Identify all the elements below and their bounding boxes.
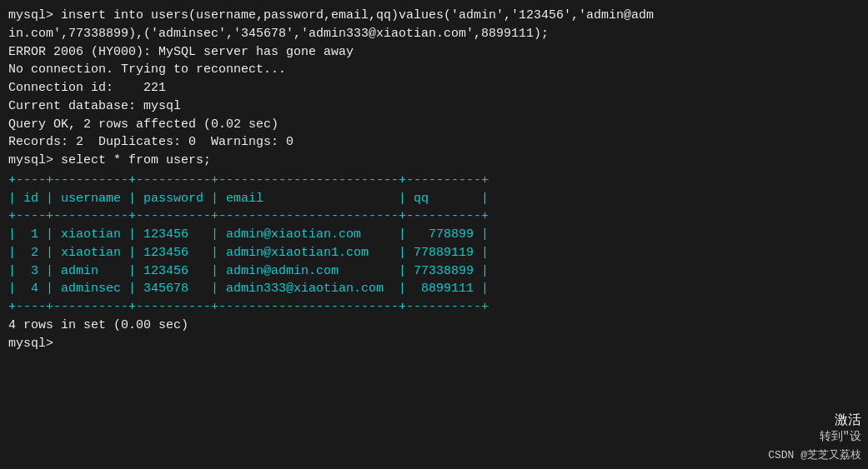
line-8: Query OK, 2 rows affected (0.02 sec) <box>8 116 860 134</box>
watermark-block: 激活 转到"设 <box>820 412 861 444</box>
csdn-watermark: CSDN @芝芝又荔枝 <box>768 447 861 462</box>
watermark-line1: 激活 <box>820 412 861 429</box>
terminal-window: mysql> insert into users(username,passwo… <box>0 0 868 469</box>
line-6: Current database: mysql <box>8 97 860 116</box>
watermark-line2: 转到"设 <box>820 429 861 444</box>
query-result-table: +----+----------+----------+------------… <box>8 172 860 317</box>
table-border-bot: +----+----------+----------+------------… <box>8 298 860 317</box>
line-3-error: ERROR 2006 (HY000): MySQL server has gon… <box>8 43 860 62</box>
table-data-row-1: | 1 | xiaotian | 123456 | admin@xiaotian… <box>8 226 860 244</box>
line-9: Records: 2 Duplicates: 0 Warnings: 0 <box>8 133 860 152</box>
terminal-footer: 4 rows in set (0.00 sec) mysql> <box>8 317 860 353</box>
table-data-row-3: | 3 | admin | 123456 | admin@admin.com |… <box>8 262 860 281</box>
table-data-row-2: | 2 | xiaotian | 123456 | admin@xiaotian… <box>8 244 860 262</box>
line-5: Connection id: 221 <box>8 79 860 97</box>
terminal-output: mysql> insert into users(username,passwo… <box>8 7 860 170</box>
table-border-mid: +----+----------+----------+------------… <box>8 207 860 226</box>
line-1: mysql> insert into users(username,passwo… <box>8 7 860 25</box>
footer-rows-count: 4 rows in set (0.00 sec) <box>8 317 860 335</box>
line-4: No connection. Trying to reconnect... <box>8 61 860 79</box>
table-border-top: +----+----------+----------+------------… <box>8 172 860 190</box>
line-2: in.com',77338899),('adminsec','345678','… <box>8 25 860 43</box>
table-data-row-4: | 4 | adminsec | 345678 | admin333@xiaot… <box>8 280 860 298</box>
footer-prompt: mysql> <box>8 335 860 353</box>
table-header-row: | id | username | password | email | qq … <box>8 190 860 208</box>
line-11-select: mysql> select * from users; <box>8 152 860 170</box>
